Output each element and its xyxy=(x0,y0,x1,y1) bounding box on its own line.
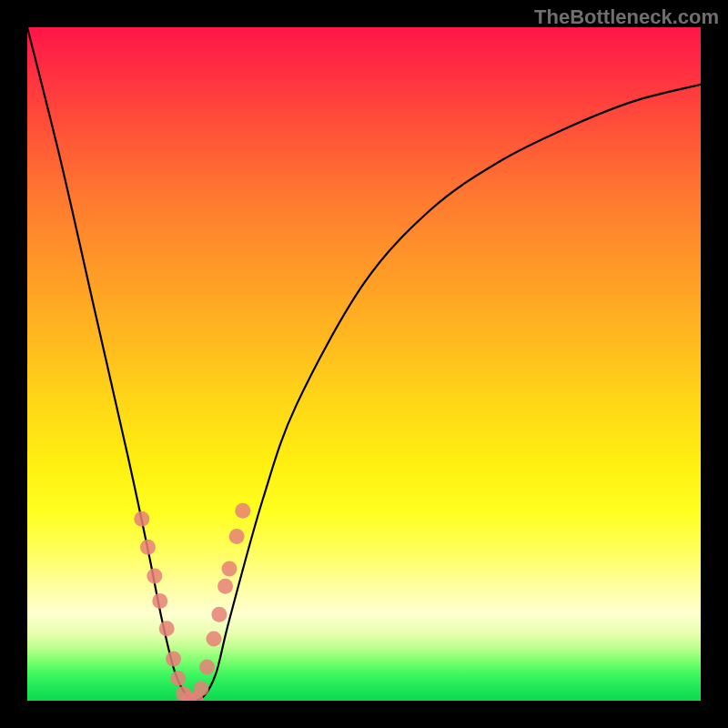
chart-background-gradient xyxy=(27,27,701,701)
watermark-text: TheBottleneck.com xyxy=(534,5,719,29)
